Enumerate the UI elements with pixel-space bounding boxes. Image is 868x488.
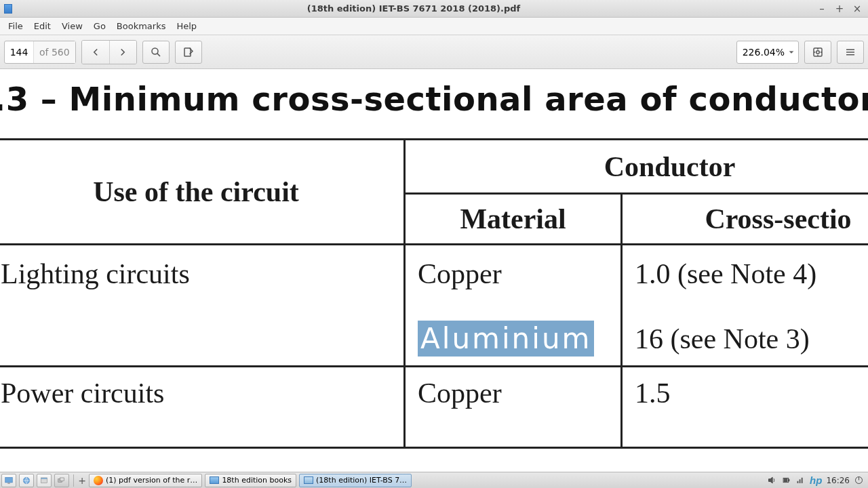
svg-rect-2 xyxy=(184,48,191,56)
page-number-input[interactable] xyxy=(5,41,33,63)
document-viewport[interactable]: .3 – Minimum cross-sectional area of con… xyxy=(0,69,868,472)
files-icon xyxy=(39,476,49,485)
battery-icon[interactable] xyxy=(781,475,791,485)
header-use: Use of the circuit xyxy=(0,140,405,245)
task-item-firefox[interactable]: (1) pdf version of the r… xyxy=(89,474,202,487)
chevron-down-icon xyxy=(787,48,795,56)
menu-edit[interactable]: Edit xyxy=(30,20,55,33)
svg-rect-24 xyxy=(802,478,803,483)
page-selector: of 560 xyxy=(4,41,76,64)
task-label-1: (1) pdf version of the r… xyxy=(106,476,197,485)
minimize-button[interactable]: – xyxy=(816,3,827,15)
desktop-icon xyxy=(4,476,14,485)
search-icon xyxy=(150,46,162,58)
cell-use-3: Power circuits xyxy=(0,367,405,448)
svg-rect-22 xyxy=(797,481,799,483)
folder-icon xyxy=(210,476,219,484)
svg-rect-18 xyxy=(60,477,64,481)
chevron-left-icon xyxy=(90,46,102,58)
svg-line-1 xyxy=(157,53,160,56)
task-label-3: (18th edition) IET-BS 7… xyxy=(316,476,407,485)
menu-view[interactable]: View xyxy=(58,20,87,33)
cell-mat-3: Copper xyxy=(405,367,622,448)
firefox-icon xyxy=(94,476,103,485)
page-total-label: of 560 xyxy=(33,41,75,63)
menu-bar: File Edit View Go Bookmarks Help xyxy=(0,18,868,35)
maximize-button[interactable]: + xyxy=(834,3,845,15)
show-desktop-button[interactable] xyxy=(1,474,16,487)
cell-cs-1: 1.0 (see Note 4) xyxy=(622,245,869,312)
prev-page-button[interactable] xyxy=(82,41,109,64)
cell-use-1: Lighting circuits xyxy=(0,245,405,367)
pdf-icon xyxy=(304,476,313,484)
header-cross-section: Cross-sectio xyxy=(622,194,869,245)
browser-launcher[interactable] xyxy=(19,474,34,487)
task-item-folder[interactable]: 18th edition books xyxy=(205,474,296,487)
zoom-selector[interactable]: 226.04% xyxy=(736,41,799,64)
globe-icon xyxy=(22,476,31,485)
svg-rect-21 xyxy=(784,479,788,482)
cell-cs-2: 16 (see Note 3) xyxy=(622,312,869,367)
pencil-icon xyxy=(182,46,195,58)
cell-mat-2: Aluminium xyxy=(405,312,622,367)
menu-help[interactable]: Help xyxy=(172,20,201,33)
add-launcher-button[interactable]: + xyxy=(77,475,87,486)
task-label-2: 18th edition books xyxy=(222,476,292,485)
hp-logo: hp xyxy=(810,474,822,486)
window-list-button[interactable] xyxy=(54,474,69,487)
windows-icon xyxy=(57,476,66,485)
menu-bookmarks[interactable]: Bookmarks xyxy=(113,20,170,33)
taskbar-divider xyxy=(73,474,74,487)
svg-rect-12 xyxy=(5,477,13,483)
window-titlebar: (18th edition) IET-BS 7671 2018 (2018).p… xyxy=(0,0,868,18)
properties-button[interactable] xyxy=(804,41,831,64)
file-manager-launcher[interactable] xyxy=(37,474,52,487)
header-material: Material xyxy=(405,194,622,245)
toolbar: of 560 226.04% xyxy=(0,35,868,69)
power-icon[interactable] xyxy=(854,475,864,485)
clock[interactable]: 16:26 xyxy=(826,476,850,485)
network-icon[interactable] xyxy=(795,475,806,485)
section-heading: .3 – Minimum cross-sectional area of con… xyxy=(0,69,868,138)
menu-file[interactable]: File xyxy=(4,20,27,33)
app-icon xyxy=(4,4,12,14)
svg-point-4 xyxy=(816,50,820,54)
taskbar: + (1) pdf version of the r… 18th edition… xyxy=(0,472,868,488)
svg-rect-20 xyxy=(789,479,789,481)
cell-cs-3: 1.5 xyxy=(622,367,869,448)
annotate-button[interactable] xyxy=(175,41,202,64)
cell-mat-1: Copper xyxy=(405,245,622,312)
hamburger-menu-button[interactable] xyxy=(837,41,864,64)
menu-go[interactable]: Go xyxy=(90,20,110,33)
svg-rect-13 xyxy=(7,483,10,483)
menu-icon xyxy=(844,46,856,58)
conductors-table: Use of the circuit Conductor Material Cr… xyxy=(0,138,868,449)
window-title: (18th edition) IET-BS 7671 2018 (2018).p… xyxy=(16,3,811,14)
task-item-pdf-active[interactable]: (18th edition) IET-BS 7… xyxy=(299,474,412,487)
header-conductor: Conductor xyxy=(405,140,869,194)
chevron-right-icon xyxy=(117,46,129,58)
zoom-value: 226.04% xyxy=(743,47,785,58)
svg-rect-23 xyxy=(800,479,801,483)
svg-rect-16 xyxy=(41,477,47,479)
next-page-button[interactable] xyxy=(109,41,136,64)
gear-box-icon xyxy=(812,46,824,58)
volume-icon[interactable] xyxy=(767,475,777,485)
search-button[interactable] xyxy=(142,41,170,64)
close-button[interactable]: × xyxy=(852,3,863,15)
system-tray: hp 16:26 xyxy=(763,474,868,486)
selected-text[interactable]: Aluminium xyxy=(418,321,594,357)
svg-point-0 xyxy=(152,48,158,54)
